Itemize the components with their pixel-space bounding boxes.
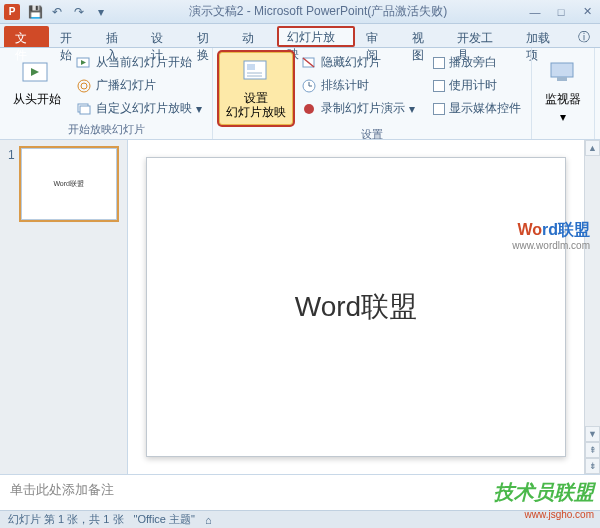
narration-checkbox[interactable]: 播放旁白 — [429, 52, 525, 73]
svg-point-17 — [304, 104, 314, 114]
broadcast-button[interactable]: 广播幻灯片 — [72, 75, 206, 96]
save-icon[interactable]: 💾 — [26, 3, 44, 21]
app-icon: P — [4, 4, 20, 20]
svg-point-4 — [81, 83, 87, 89]
tab-design[interactable]: 设计 — [140, 26, 185, 47]
chevron-down-icon: ▾ — [409, 102, 415, 116]
tab-developer[interactable]: 开发工具 — [446, 26, 515, 47]
group-setup: 设置 幻灯片放映 隐藏幻灯片 排练计时 录制幻灯片演示 ▾ — [213, 48, 532, 139]
language-icon[interactable]: ⌂ — [205, 514, 212, 526]
scroll-up-icon[interactable]: ▲ — [585, 140, 600, 156]
from-current-button[interactable]: 从当前幻灯片开始 — [72, 52, 206, 73]
broadcast-icon — [76, 78, 92, 94]
svg-rect-7 — [80, 106, 90, 114]
hide-slide-label: 隐藏幻灯片 — [321, 54, 381, 71]
close-button[interactable]: ✕ — [578, 5, 596, 19]
tab-slideshow[interactable]: 幻灯片放映 — [277, 26, 356, 47]
ribbon: 从头开始 从当前幻灯片开始 广播幻灯片 自定义幻灯片放映 ▾ 开始放映幻灯片 — [0, 48, 600, 140]
checkbox-icon — [433, 103, 445, 115]
broadcast-label: 广播幻灯片 — [96, 77, 156, 94]
help-icon[interactable]: ⓘ — [572, 26, 596, 47]
svg-rect-18 — [551, 63, 573, 77]
custom-show-icon — [76, 101, 92, 117]
quick-access-toolbar: 💾 ↶ ↷ ▾ — [26, 3, 110, 21]
thumbnail-item[interactable]: 1 Word联盟 — [8, 148, 119, 220]
thumbnail-number: 1 — [8, 148, 15, 220]
svg-rect-9 — [247, 64, 255, 70]
workspace: 1 Word联盟 Word联盟 ▲ ▼ ⇞ ⇟ — [0, 140, 600, 474]
prev-slide-icon[interactable]: ⇞ — [585, 442, 600, 458]
tab-view[interactable]: 视图 — [401, 26, 446, 47]
scroll-down-icon[interactable]: ▼ — [585, 426, 600, 442]
chevron-down-icon: ▾ — [560, 110, 566, 124]
qat-more-icon[interactable]: ▾ — [92, 3, 110, 21]
slide-title-text[interactable]: Word联盟 — [295, 288, 417, 326]
minimize-button[interactable]: — — [526, 5, 544, 19]
timings-checkbox[interactable]: 使用计时 — [429, 75, 525, 96]
vertical-scrollbar[interactable]: ▲ ▼ ⇞ ⇟ — [584, 140, 600, 474]
window-controls: — □ ✕ — [526, 5, 596, 19]
tab-insert[interactable]: 插入 — [95, 26, 140, 47]
play-current-icon — [76, 55, 92, 71]
notes-placeholder[interactable]: 单击此处添加备注 — [10, 481, 590, 499]
monitor-icon — [547, 57, 579, 89]
narration-label: 播放旁白 — [449, 54, 497, 71]
hide-slide-icon — [301, 55, 317, 71]
record-label: 录制幻灯片演示 — [321, 100, 405, 117]
from-beginning-button[interactable]: 从头开始 — [6, 52, 68, 120]
hide-slide-button[interactable]: 隐藏幻灯片 — [297, 52, 419, 73]
group-start-slideshow: 从头开始 从当前幻灯片开始 广播幻灯片 自定义幻灯片放映 ▾ 开始放映幻灯片 — [0, 48, 213, 139]
slide-canvas: Word联盟 — [128, 140, 584, 474]
notes-pane[interactable]: 单击此处添加备注 — [0, 474, 600, 510]
group-monitor: 监视器 ▾ — [532, 48, 595, 139]
tab-transitions[interactable]: 切换 — [186, 26, 231, 47]
ribbon-tabs: 文件 开始 插入 设计 切换 动画 幻灯片放映 审阅 视图 开发工具 加载项 ⓘ — [0, 24, 600, 48]
group-label-start: 开始放映幻灯片 — [6, 120, 206, 137]
monitor-button[interactable]: 监视器 ▾ — [538, 52, 588, 135]
media-label: 显示媒体控件 — [449, 100, 521, 117]
record-button[interactable]: 录制幻灯片演示 ▾ — [297, 98, 419, 119]
from-current-label: 从当前幻灯片开始 — [96, 54, 192, 71]
titlebar: P 💾 ↶ ↷ ▾ 演示文稿2 - Microsoft PowerPoint(产… — [0, 0, 600, 24]
checkbox-icon — [433, 57, 445, 69]
tab-file[interactable]: 文件 — [4, 26, 49, 47]
rehearse-button[interactable]: 排练计时 — [297, 75, 419, 96]
custom-slideshow-button[interactable]: 自定义幻灯片放映 ▾ — [72, 98, 206, 119]
play-icon — [21, 57, 53, 89]
thumbnail-preview[interactable]: Word联盟 — [21, 148, 117, 220]
thumbnail-text: Word联盟 — [53, 179, 84, 189]
theme-name: "Office 主题" — [134, 512, 195, 527]
window-title: 演示文稿2 - Microsoft PowerPoint(产品激活失败) — [110, 3, 526, 20]
scroll-track[interactable] — [585, 156, 600, 426]
tab-review[interactable]: 审阅 — [355, 26, 400, 47]
svg-rect-19 — [557, 77, 567, 81]
setup-slideshow-button[interactable]: 设置 幻灯片放映 — [219, 52, 293, 125]
from-beginning-label: 从头开始 — [13, 91, 61, 108]
setup-slideshow-label: 设置 幻灯片放映 — [226, 91, 286, 120]
slide-editor: Word联盟 — [128, 140, 584, 474]
group-label-monitor — [538, 135, 588, 137]
record-icon — [301, 101, 317, 117]
svg-point-5 — [78, 80, 90, 92]
redo-icon[interactable]: ↷ — [70, 3, 88, 21]
setup-icon — [240, 57, 272, 89]
media-controls-checkbox[interactable]: 显示媒体控件 — [429, 98, 525, 119]
tab-addins[interactable]: 加载项 — [515, 26, 572, 47]
timings-label: 使用计时 — [449, 77, 497, 94]
undo-icon[interactable]: ↶ — [48, 3, 66, 21]
monitor-label: 监视器 — [545, 91, 581, 108]
tab-home[interactable]: 开始 — [49, 26, 94, 47]
checkbox-icon — [433, 80, 445, 92]
chevron-down-icon: ▾ — [196, 102, 202, 116]
maximize-button[interactable]: □ — [552, 5, 570, 19]
slide-thumbnails-panel: 1 Word联盟 — [0, 140, 128, 474]
custom-slideshow-label: 自定义幻灯片放映 — [96, 100, 192, 117]
rehearse-label: 排练计时 — [321, 77, 369, 94]
slide-counter: 幻灯片 第 1 张，共 1 张 — [8, 512, 124, 527]
slide[interactable]: Word联盟 — [146, 157, 566, 457]
statusbar: 幻灯片 第 1 张，共 1 张 "Office 主题" ⌂ — [0, 510, 600, 528]
next-slide-icon[interactable]: ⇟ — [585, 458, 600, 474]
clock-icon — [301, 78, 317, 94]
tab-animations[interactable]: 动画 — [231, 26, 276, 47]
